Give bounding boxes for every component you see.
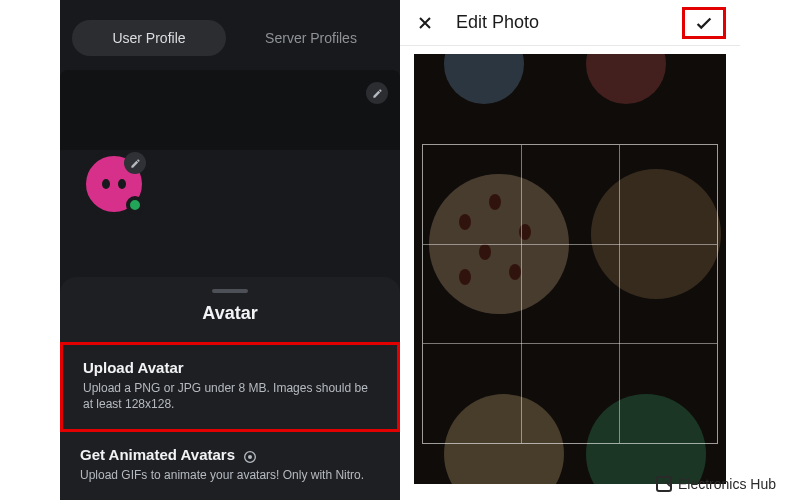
- photo-crop-area[interactable]: [414, 54, 726, 484]
- close-icon: [415, 13, 435, 33]
- close-button[interactable]: [414, 12, 436, 34]
- avatar-image[interactable]: [80, 150, 148, 218]
- tab-user-profile[interactable]: User Profile: [72, 20, 226, 56]
- discord-logo-icon: [97, 171, 131, 197]
- avatar-sheet: Avatar Upload Avatar Upload a PNG or JPG…: [60, 277, 400, 500]
- crop-grid: [422, 144, 718, 444]
- watermark-icon: [656, 476, 672, 492]
- edit-header: Edit Photo: [400, 0, 740, 46]
- watermark: Electronics Hub: [656, 476, 776, 492]
- confirm-highlight: [682, 7, 726, 39]
- edit-banner-button[interactable]: [366, 82, 388, 104]
- animated-avatars-option[interactable]: Get Animated Avatars Upload GIFs to anim…: [60, 432, 400, 500]
- profile-banner: [60, 70, 400, 150]
- animated-avatars-title: Get Animated Avatars: [80, 446, 235, 463]
- upload-avatar-title: Upload Avatar: [83, 359, 377, 376]
- confirm-button[interactable]: [693, 12, 715, 34]
- avatar-container: [80, 150, 148, 218]
- check-icon: [693, 12, 715, 34]
- svg-point-1: [248, 455, 252, 459]
- edit-photo-title: Edit Photo: [456, 12, 662, 33]
- pencil-icon: [130, 158, 141, 169]
- profile-tabs: User Profile Server Profiles: [72, 20, 388, 56]
- watermark-text: Electronics Hub: [678, 476, 776, 492]
- pencil-icon: [372, 88, 383, 99]
- upload-avatar-option[interactable]: Upload Avatar Upload a PNG or JPG under …: [60, 342, 400, 433]
- tab-server-profiles[interactable]: Server Profiles: [234, 20, 388, 56]
- sheet-title: Avatar: [60, 303, 400, 324]
- edit-avatar-button[interactable]: [124, 152, 146, 174]
- upload-avatar-desc: Upload a PNG or JPG under 8 MB. Images s…: [83, 380, 377, 414]
- animated-avatars-desc: Upload GIFs to animate your avatars! Onl…: [80, 467, 380, 484]
- nitro-badge-icon: [241, 448, 259, 466]
- screenshot-container: User Profile Server Profiles Avatar Uplo…: [0, 0, 800, 500]
- sheet-drag-handle[interactable]: [212, 289, 248, 293]
- status-online-icon: [126, 196, 144, 214]
- edit-photo-panel: Edit Photo: [400, 0, 740, 500]
- discord-profile-panel: User Profile Server Profiles Avatar Uplo…: [60, 0, 400, 500]
